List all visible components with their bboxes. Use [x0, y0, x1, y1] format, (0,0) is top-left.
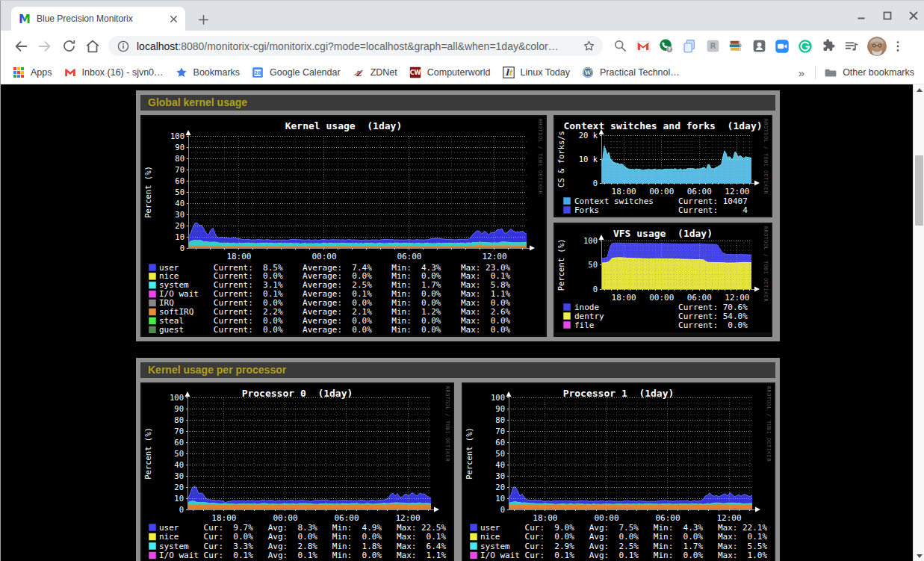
other-bookmarks[interactable]: Other bookmarks [825, 66, 914, 78]
y-tick-label: 20 [495, 483, 505, 492]
graph-ylabel: Percent (%) [143, 427, 152, 480]
y-tick-label: 60 [175, 176, 185, 185]
scrollbar-down-arrow[interactable] [914, 551, 924, 561]
x-tick-label: 06:00 [397, 252, 421, 261]
close-window-button[interactable] [908, 10, 919, 21]
legend-row-text: system Cur: 2.9% Avg: 2.5% Min: 1.7% Max… [480, 542, 767, 551]
x-tick-label: 18:00 [211, 513, 236, 523]
url-text[interactable]: localhost:8080/monitorix-cgi/monitorix.c… [137, 40, 583, 52]
home-button[interactable] [82, 36, 103, 57]
legend-color-box [470, 533, 477, 541]
page-info-icon[interactable] [117, 40, 129, 52]
x-tick-label: 00:00 [311, 252, 336, 261]
browser-menu-icon[interactable] [889, 31, 907, 61]
copy-pages-extension-icon[interactable] [679, 31, 700, 61]
y-tick-label: 10 k [579, 155, 598, 164]
y-tick-label: 60 [495, 438, 505, 447]
books-extension-icon[interactable] [725, 31, 746, 61]
bookmark-label: ZDNet [370, 67, 397, 78]
legend-color-box [149, 326, 156, 333]
scrollbar-thumb[interactable] [915, 155, 923, 226]
section-kernel-usage-per-processor: Kernel usage per processor 0102030405060… [136, 358, 780, 561]
extensions-row: ? R [610, 31, 907, 61]
bookmark-bookmarks[interactable]: Bookmarks [176, 66, 241, 78]
apps-grid-icon [13, 66, 25, 78]
reload-button[interactable] [58, 36, 79, 57]
bookmark-google-calendar[interactable]: 28 Google Calendar [252, 66, 341, 78]
url-host: localhost [137, 40, 178, 52]
y-tick-label: 70 [495, 427, 505, 436]
graph-processor-1[interactable]: 010203040506070809010018:0000:0006:0012:… [462, 382, 775, 561]
legend-color-box [149, 542, 156, 550]
address-bar[interactable]: localhost:8080/monitorix-cgi/monitorix.c… [108, 36, 603, 56]
media-queue-icon[interactable] [841, 31, 862, 61]
bookmark-inbox[interactable]: Inbox (16) - sjvn0… [64, 66, 164, 78]
y-tick-label: 100 [170, 131, 185, 140]
x-tick-label: 12:00 [725, 293, 749, 303]
legend-color-box [149, 300, 156, 307]
graph-processor-0[interactable]: 010203040506070809010018:0000:0006:0012:… [140, 382, 454, 561]
y-tick-label: 80 [175, 154, 185, 163]
y-tick-label: 90 [495, 404, 505, 413]
maximize-button[interactable] [882, 10, 893, 21]
bookmark-label: Linux Today [521, 67, 571, 78]
graph-ylabel: Percent (%) [143, 166, 152, 218]
forward-button[interactable] [34, 36, 55, 57]
legend-color-box [470, 552, 477, 560]
back-button[interactable] [10, 36, 31, 57]
legend-color-box [470, 542, 477, 550]
zoom-extension-icon[interactable] [772, 31, 793, 61]
gray-box-extension-icon[interactable]: R [702, 31, 723, 61]
y-tick-label: 70 [174, 427, 184, 436]
page-scrollbar[interactable] [913, 84, 924, 561]
graph-context-switches[interactable]: 010 k20 k18:0000:0006:0012:00Context swi… [554, 115, 772, 217]
bookmarks-overflow-chevron[interactable]: » [799, 66, 804, 79]
bookmarks-separator [815, 66, 816, 79]
y-tick-label: 40 [174, 460, 184, 469]
x-tick-label: 12:00 [716, 513, 741, 523]
gmail-extension-icon[interactable] [633, 31, 654, 61]
bookmark-star-icon[interactable] [583, 40, 595, 52]
kernel-usage-chart: 010203040506070809010018:0000:0006:0012:… [142, 117, 545, 335]
legend-color-box [149, 309, 156, 316]
profile-avatar[interactable] [867, 37, 887, 56]
voice-extension-icon[interactable]: ? [656, 31, 677, 61]
bookmark-computerworld[interactable]: CW Computerworld [409, 66, 491, 78]
new-tab-button[interactable] [193, 10, 213, 29]
search-extension-icon[interactable] [610, 31, 630, 61]
graph-title: Processor 0 (1day) [242, 388, 353, 399]
graph-vfs-usage[interactable]: 05010018:0000:0006:0012:00VFS usage (1da… [554, 223, 772, 337]
y-tick-label: 90 [175, 143, 185, 152]
y-tick-label: 40 [175, 199, 185, 208]
legend-color-box [563, 312, 571, 320]
legend-color-box [149, 552, 156, 560]
svg-text:?: ? [668, 46, 671, 52]
y-tick-label: 80 [495, 415, 505, 424]
x-tick-label: 06:00 [687, 187, 712, 196]
rrdtool-watermark: RRDTOOL / TOBI OETIKER [537, 119, 543, 194]
tab-blue-precision-monitorix[interactable]: M Blue Precision Monitorix [11, 7, 185, 31]
tab-close-icon[interactable] [167, 13, 179, 25]
rrdtool-watermark: RRDTOOL / TOBI OETIKER [763, 119, 769, 194]
graph-kernel-usage[interactable]: 010203040506070809010018:0000:0006:0012:… [140, 115, 547, 337]
grammarly-extension-icon[interactable] [795, 31, 816, 61]
bookmark-label: Apps [31, 67, 52, 78]
bookmark-practical-technology[interactable]: W Practical Technol… [582, 66, 680, 78]
section-title: Kernel usage per processor [140, 362, 775, 378]
bookmark-linux-today[interactable]: lt Linux Today [503, 66, 571, 78]
svg-text:28: 28 [255, 70, 262, 76]
bookmark-apps[interactable]: Apps [13, 66, 52, 78]
computerworld-icon: CW [409, 66, 421, 78]
url-path: :8080/monitorix-cgi/monitorix.cgi?mode=l… [178, 40, 558, 52]
graph-ylabel: Percent (%) [556, 239, 565, 291]
x-tick-label: 12:00 [725, 187, 749, 196]
keeper-extension-icon[interactable] [748, 31, 769, 61]
x-tick-label: 18:00 [533, 513, 557, 523]
scrollbar-up-arrow[interactable] [914, 84, 924, 96]
linux-today-icon: lt [503, 66, 515, 78]
y-tick-label: 20 k [579, 131, 598, 140]
bookmark-zdnet[interactable]: z ZDNet [353, 66, 397, 78]
extensions-puzzle-icon[interactable] [818, 31, 839, 61]
minimize-button[interactable] [856, 10, 866, 21]
legend-row-text: system Cur: 3.3% Avg: 2.8% Min: 1.8% Max… [159, 542, 446, 551]
